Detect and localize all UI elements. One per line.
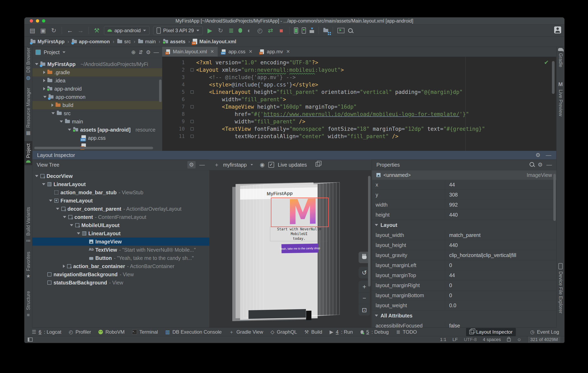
forward-icon[interactable]: → (77, 28, 84, 34)
fold-marker-icon[interactable] (189, 66, 196, 73)
status-item-LF[interactable]: LF (452, 337, 458, 342)
chevron-down-icon[interactable] (375, 315, 378, 317)
gear-icon[interactable]: ⚙ (146, 49, 151, 56)
toolwindow-toggle-icon[interactable] (28, 338, 32, 342)
editor-tab-app.css[interactable]: app.css✕ (218, 47, 256, 57)
breadcrumb-item-assets[interactable]: assets (163, 39, 186, 44)
fold-marker-icon[interactable] (189, 125, 196, 133)
property-row-accessibilityFocused[interactable]: accessibilityFocusedfalse (372, 321, 556, 328)
search-everywhere-icon[interactable] (348, 28, 353, 33)
tree-item-main[interactable]: main (32, 117, 162, 126)
collapse-all-icon[interactable]: ⇵ (139, 49, 143, 56)
hector-inspections-icon[interactable]: ☺ (517, 337, 521, 342)
code-line-11[interactable]: 11 textHorizontalAlign="center" width="f… (162, 133, 556, 140)
chevron-down-icon[interactable] (35, 175, 38, 177)
chevron-down-icon[interactable] (35, 63, 38, 65)
chevron-right-icon[interactable] (43, 71, 45, 74)
attach-debugger-icon[interactable]: ◐ (246, 28, 253, 34)
property-row-layout_height[interactable]: layout_height440 (372, 240, 556, 250)
live-updates-checkbox[interactable]: ✓ (268, 162, 274, 168)
save-all-icon[interactable]: ▣ (40, 28, 47, 34)
status-item-4spaces[interactable]: 4 spaces (483, 337, 501, 342)
toolwindow-button-DBExecutionConsole[interactable]: ▥DB Execution Console (165, 329, 222, 335)
tree-item-src[interactable]: src (32, 109, 162, 117)
code-line-1[interactable]: 1<?xml version="1.0" encoding="UTF-8"?> (162, 59, 556, 66)
property-row-x[interactable]: x44 (372, 180, 556, 190)
minimize-panel-icon[interactable]: ― (199, 162, 205, 168)
memory-indicator[interactable]: 321 of 4029M (527, 337, 560, 343)
chevron-down-icon[interactable] (56, 208, 59, 210)
view-tree-item-MobileUILayout[interactable]: MobileUILayout (32, 221, 209, 229)
sidebar-tab-device-file-explorer[interactable]: Device File Explorer (557, 263, 564, 314)
property-row-layout_weight[interactable]: layout_weight0.0 (372, 300, 556, 311)
stop-icon[interactable]: ■ (278, 28, 285, 34)
minimize-panel-icon[interactable]: ― (154, 49, 159, 56)
back-icon[interactable]: ← (66, 28, 74, 34)
property-row-layout_marginTop[interactable]: layout_marginTop44 (372, 270, 556, 280)
toolwindow-button-GraphQL[interactable]: ◇GraphQL (270, 329, 297, 335)
sidebar-tab-project[interactable]: Project (24, 141, 32, 165)
horizontal-scrollbar[interactable] (34, 147, 153, 149)
locate-file-icon[interactable]: ⊕ (131, 49, 136, 56)
sidebar-tab-db-browser[interactable]: DB Browser◍ (24, 48, 32, 81)
tree-item-build[interactable]: build (32, 101, 162, 109)
toolwindow-button-Logcat[interactable]: ☰6: Logcat (32, 329, 61, 335)
fold-marker-icon[interactable] (189, 118, 196, 125)
property-row-layout_gravity[interactable]: layout_gravityclip_horizontal|clip_verti… (372, 250, 556, 260)
code-line-6[interactable]: 6 width="fill_parent"> (162, 96, 556, 103)
fold-marker-icon[interactable] (189, 133, 196, 140)
view-tree-item-content[interactable]: content - ContentFrameLayout (32, 213, 209, 221)
properties-scrollbar[interactable] (553, 174, 556, 221)
canvas-scrollbar[interactable] (368, 176, 370, 287)
tree-item-assets [app-android][interactable]: assets [app-android]resource (32, 126, 162, 134)
run-anything-icon[interactable] (337, 28, 345, 33)
open-file-icon[interactable]: ▤ (29, 28, 36, 34)
code-line-9[interactable]: 9 width="fill_parent" /> (162, 118, 556, 125)
toolwindow-button-GradleView[interactable]: ＋Gradle View (229, 329, 263, 335)
sidebar-tab-favorites[interactable]: Favorites★ (24, 252, 32, 279)
chevron-down-icon[interactable] (42, 183, 45, 185)
view-tree-item-ImageView[interactable]: ImageView (32, 238, 209, 246)
project-panel-title[interactable]: Project (44, 49, 60, 55)
view-tree-item-DecorView[interactable]: DecorView (32, 172, 209, 180)
device-manager-icon[interactable] (302, 28, 306, 34)
module-selector[interactable]: app-android (104, 26, 149, 35)
minimize-panel-icon[interactable]: ― (546, 162, 552, 168)
view-tree-item-decor_content_parent[interactable]: decor_content_parent - ActionBarOverlayL… (32, 205, 209, 213)
gear-icon[interactable]: ⚙ (187, 161, 196, 168)
breadcrumb-item-Main.layout.xml[interactable]: Main.layout.xml (193, 39, 236, 44)
view-tree-item-action_bar_container[interactable]: action_bar_container - ActionBarContaine… (32, 262, 209, 270)
zoom-out-button[interactable]: − (358, 292, 370, 304)
layout-preview-canvas[interactable]: ＋ myfirstapp ◉ ✓ Live updates MyFirstApp… (209, 159, 371, 328)
search-icon[interactable] (530, 162, 534, 168)
inspection-ok-icon[interactable]: ✔ (544, 59, 549, 66)
property-row-width[interactable]: width992 (372, 200, 556, 210)
tree-item-app-android[interactable]: app-android (32, 85, 162, 93)
status-item-11[interactable]: 1:1 (440, 337, 446, 342)
device-render[interactable]: MyFirstApp M Start with NeverNull® Mobil… (209, 170, 371, 328)
project-structure-icon[interactable] (323, 29, 328, 32)
avd-manager-icon[interactable] (294, 28, 298, 34)
debug-icon[interactable] (238, 28, 242, 33)
editor-scrollbar[interactable] (552, 61, 555, 94)
toolwindow-button-Terminal[interactable]: Terminal (132, 329, 158, 335)
build-hammer-icon[interactable]: ⚒ (93, 28, 100, 34)
code-line-4[interactable]: 4 <style>@include{'app.css'}</style> (162, 81, 556, 88)
property-row-layout_marginBottom[interactable]: layout_marginBottom0 (372, 290, 556, 300)
gear-icon[interactable]: ⚙ (536, 152, 540, 158)
breadcrumb-item-app-common[interactable]: app-common (72, 39, 110, 44)
fold-marker-icon[interactable] (189, 103, 196, 111)
chevron-down-icon[interactable] (251, 164, 253, 166)
sidebar-tab-build-variants[interactable]: Build Variants≔ (24, 207, 32, 243)
user-avatar-icon[interactable] (554, 26, 561, 33)
tree-item-app-common[interactable]: app-common (32, 93, 162, 101)
run-icon[interactable]: ▶ (206, 28, 213, 34)
chevron-down-icon[interactable] (60, 121, 63, 123)
code-line-7[interactable]: 7 <ImageView height="160dp" marginTop="1… (162, 103, 556, 111)
property-row-height[interactable]: height440 (372, 210, 556, 220)
property-row-layout_width[interactable]: layout_widthmatch_parent (372, 230, 556, 240)
view-tree-item-navigationBarBackground[interactable]: navigationBarBackground - View (32, 270, 209, 279)
rerun-icon[interactable]: ↻ (217, 28, 224, 34)
code-line-5[interactable]: 5 <LinearLayout height="fill_parent" ori… (162, 88, 556, 96)
code-line-8[interactable]: 8 href="#{'https://www.nevernull.io/down… (162, 111, 556, 118)
